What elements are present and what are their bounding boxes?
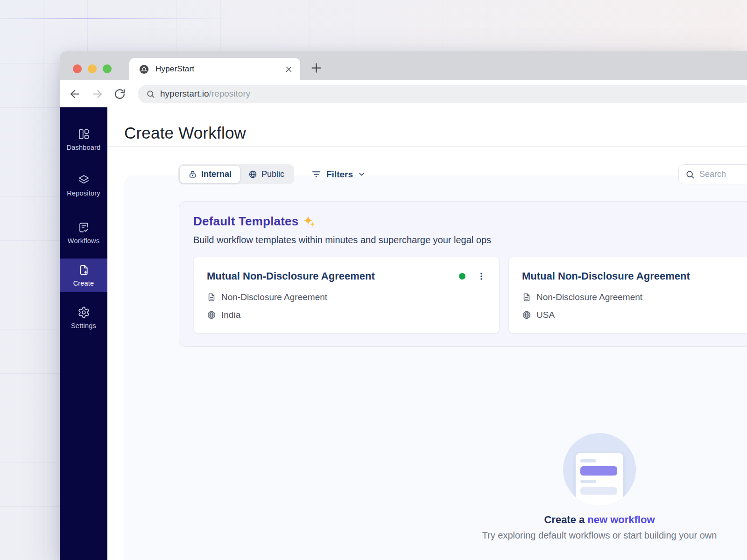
- card-region-label: India: [221, 310, 240, 320]
- app-area: Dashboard Repository Workflows: [60, 107, 747, 560]
- controls-row: Internal Public: [107, 164, 747, 185]
- doc-bar: [580, 480, 596, 483]
- card-doc-type: Non-Disclosure Agreement: [207, 292, 486, 302]
- document-icon: [207, 293, 216, 302]
- doc-bar-highlight: [580, 466, 617, 476]
- close-tab-icon[interactable]: [285, 65, 293, 73]
- gear-icon: [78, 306, 90, 319]
- globe-icon: [522, 310, 531, 320]
- new-workflow-link[interactable]: new workflow: [587, 514, 655, 526]
- card-doc-type-label: Non-Disclosure Agreement: [536, 292, 642, 302]
- url-host: hyperstart.io: [160, 89, 209, 98]
- doc-bar: [580, 459, 596, 462]
- status-dot: [459, 273, 465, 280]
- dashboard-icon: [78, 128, 90, 140]
- zoom-window-button[interactable]: [103, 64, 112, 73]
- card-region: India: [207, 310, 486, 320]
- sidebar: Dashboard Repository Workflows: [60, 107, 107, 560]
- template-card[interactable]: Mutual Non-Disclosure Agreement: [193, 257, 500, 334]
- page-title: Create Workflow: [124, 124, 246, 142]
- globe-icon: [207, 310, 216, 320]
- forward-icon[interactable]: [92, 88, 103, 100]
- tab-public[interactable]: Public: [240, 166, 293, 183]
- empty-title-prefix: Create a: [544, 514, 585, 525]
- chrome-favicon-icon: [139, 64, 149, 75]
- template-cards-row: Mutual Non-Disclosure Agreement: [193, 257, 747, 334]
- card-doc-type-label: Non-Disclosure Agreement: [221, 292, 327, 302]
- template-card[interactable]: Mutual Non-Disclosure Agreement: [508, 257, 747, 334]
- new-tab-button[interactable]: [310, 62, 323, 74]
- document-illustration: [576, 453, 623, 506]
- card-title: Mutual Non-Disclosure Agreement: [207, 270, 459, 282]
- url-path: /repository: [209, 89, 251, 98]
- empty-state-subtitle: Try exploring default workflows or start…: [455, 530, 744, 541]
- card-title: Mutual Non-Disclosure Agreement: [522, 270, 747, 282]
- filters-label: Filters: [326, 169, 353, 180]
- card-doc-type: Non-Disclosure Agreement: [522, 292, 747, 302]
- search-box[interactable]: [678, 164, 747, 184]
- browser-tab[interactable]: HyperStart: [129, 58, 300, 80]
- card-region-label: USA: [536, 310, 555, 320]
- sidebar-item-label: Settings: [71, 322, 96, 329]
- lock-icon: [188, 170, 197, 179]
- card-header: Mutual Non-Disclosure Agreement: [207, 270, 486, 282]
- browser-tab-strip: HyperStart: [60, 51, 747, 80]
- reload-icon[interactable]: [114, 88, 126, 100]
- browser-window: HyperStart hyperstart.io/repository: [60, 51, 747, 560]
- sidebar-item-workflows[interactable]: Workflows: [60, 221, 107, 245]
- sidebar-item-label: Repository: [67, 189, 100, 197]
- filter-lines-icon: [311, 169, 322, 180]
- sidebar-item-label: Dashboard: [67, 144, 101, 151]
- panel-title: Default Templates: [193, 214, 298, 229]
- sidebar-item-dashboard[interactable]: Dashboard: [60, 128, 107, 151]
- sidebar-item-create[interactable]: Create: [60, 259, 107, 292]
- url-bar[interactable]: hyperstart.io/repository: [138, 85, 747, 103]
- close-window-button[interactable]: [73, 64, 82, 73]
- kebab-menu-icon[interactable]: [477, 272, 486, 281]
- search-input[interactable]: [699, 169, 747, 179]
- panel-subtitle: Build workflow templates within minutes …: [193, 235, 747, 245]
- filters-button[interactable]: Filters: [311, 164, 366, 184]
- traffic-lights: [73, 64, 112, 73]
- card-header: Mutual Non-Disclosure Agreement: [522, 270, 747, 282]
- doc-bar: [580, 487, 617, 495]
- search-icon: [146, 90, 155, 98]
- minimize-window-button[interactable]: [88, 64, 97, 73]
- browser-toolbar: hyperstart.io/repository: [60, 80, 747, 107]
- tab-public-label: Public: [261, 169, 284, 179]
- sidebar-item-repository[interactable]: Repository: [60, 174, 107, 197]
- sidebar-item-label: Workflows: [68, 237, 99, 245]
- empty-state: Create anew workflow Try exploring defau…: [455, 433, 744, 541]
- content-area: Internal Public: [107, 147, 747, 560]
- chevron-down-icon: [358, 170, 366, 178]
- background-accent-line: [0, 18, 224, 19]
- panel-title-row: Default Templates: [193, 214, 747, 229]
- back-icon[interactable]: [69, 88, 81, 100]
- globe-icon: [248, 170, 257, 179]
- page-header: Create Workflow: [107, 107, 747, 147]
- tab-internal[interactable]: Internal: [180, 166, 240, 183]
- tab-internal-label: Internal: [201, 169, 232, 179]
- sidebar-item-label: Create: [73, 280, 94, 287]
- main-content: Create Workflow Internal: [107, 107, 747, 560]
- layers-icon: [78, 174, 90, 186]
- workflow-document-icon: [78, 221, 90, 234]
- search-icon: [685, 170, 695, 179]
- document-icon: [522, 293, 531, 302]
- tab-title: HyperStart: [155, 64, 285, 74]
- create-document-icon: [78, 264, 90, 276]
- card-region: USA: [522, 310, 747, 320]
- sparkles-icon: [303, 215, 316, 228]
- empty-state-title: Create anew workflow: [455, 514, 744, 526]
- sidebar-item-settings[interactable]: Settings: [60, 306, 107, 329]
- default-templates-panel: Default Templates Build workflow templat…: [179, 201, 747, 347]
- visibility-segmented-control: Internal Public: [178, 164, 294, 184]
- empty-state-illustration: [563, 433, 636, 506]
